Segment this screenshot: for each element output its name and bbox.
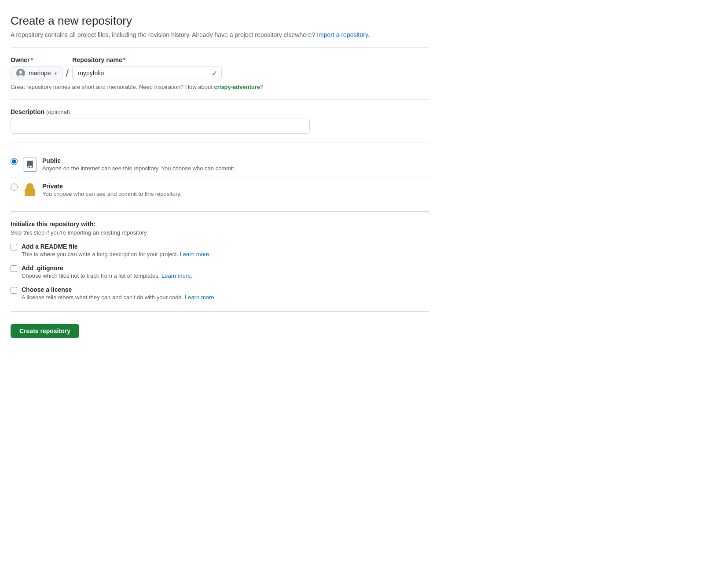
owner-repo-separator: /	[66, 67, 69, 80]
readme-title: Add a README file	[22, 243, 211, 250]
suggested-name-link[interactable]: crispy-adventure	[214, 84, 260, 90]
owner-repo-row: Owner* mariope ▾ / Repository name* ✓	[11, 56, 429, 80]
gitignore-desc: Choose which files not to track from a l…	[22, 272, 192, 279]
top-divider	[11, 47, 429, 48]
description-input[interactable]	[11, 118, 310, 134]
description-field-group: Description (optional)	[11, 108, 429, 134]
repo-name-required-star: *	[123, 56, 125, 63]
subtitle-text: A repository contains all project files,…	[11, 31, 315, 38]
suggestion-text: Great repository names are short and mem…	[11, 84, 429, 90]
owner-avatar	[16, 69, 25, 77]
license-learn-more-link[interactable]: Learn more.	[185, 294, 216, 301]
license-option: Choose a license A license tells others …	[11, 286, 429, 301]
owner-field-group: Owner* mariope ▾	[11, 56, 62, 80]
readme-option: Add a README file This is where you can …	[11, 243, 429, 257]
readme-info: Add a README file This is where you can …	[22, 243, 211, 257]
license-title: Choose a license	[22, 286, 216, 293]
readme-learn-more-link[interactable]: Learn more.	[180, 251, 211, 257]
license-checkbox[interactable]	[11, 287, 17, 294]
owner-name: mariope	[29, 70, 51, 77]
description-label: Description (optional)	[11, 108, 429, 115]
repo-name-label: Repository name*	[72, 56, 222, 63]
initialize-divider	[11, 211, 429, 212]
public-visibility-info: Public Anyone on the internet can see th…	[42, 157, 235, 172]
create-repository-button[interactable]: Create repository	[11, 324, 79, 338]
visibility-divider	[11, 143, 429, 143]
page-title: Create a new repository	[11, 14, 429, 28]
repo-name-input-wrapper: ✓	[72, 66, 222, 80]
private-radio[interactable]	[11, 184, 18, 191]
readme-desc: This is where you can write a long descr…	[22, 251, 211, 257]
readme-checkbox[interactable]	[11, 244, 17, 250]
private-visibility-info: Private You choose who can see and commi…	[42, 183, 182, 197]
owner-label: Owner*	[11, 56, 62, 63]
initialize-subtext: Skip this step if you're importing an ex…	[11, 229, 429, 236]
initialize-section: Initialize this repository with: Skip th…	[11, 220, 429, 301]
license-desc: A license tells others what they can and…	[22, 294, 216, 301]
visibility-option-public: Public Anyone on the internet can see th…	[11, 152, 429, 177]
svg-point-1	[19, 71, 22, 74]
public-repo-icon	[23, 158, 37, 172]
owner-dropdown[interactable]: mariope ▾	[11, 66, 62, 80]
private-lock-icon	[23, 183, 37, 197]
chevron-down-icon: ▾	[55, 71, 57, 76]
public-radio[interactable]	[11, 158, 18, 165]
valid-check-icon: ✓	[212, 69, 217, 77]
gitignore-title: Add .gitignore	[22, 265, 192, 272]
public-title: Public	[42, 157, 235, 164]
owner-required-star: *	[31, 56, 33, 63]
gitignore-checkbox[interactable]	[11, 265, 17, 272]
repo-name-field-group: Repository name* ✓	[72, 56, 222, 80]
visibility-section: Public Anyone on the internet can see th…	[11, 152, 429, 202]
public-desc: Anyone on the internet can see this repo…	[42, 165, 235, 172]
description-divider	[11, 99, 429, 99]
gitignore-info: Add .gitignore Choose which files not to…	[22, 265, 192, 279]
license-info: Choose a license A license tells others …	[22, 286, 216, 301]
gitignore-learn-more-link[interactable]: Learn more.	[161, 272, 192, 279]
private-desc: You choose who can see and commit to thi…	[42, 191, 182, 197]
page-subtitle: A repository contains all project files,…	[11, 31, 429, 38]
import-link[interactable]: Import a repository.	[317, 31, 370, 38]
repo-name-input[interactable]	[72, 66, 222, 80]
bottom-divider	[11, 311, 429, 312]
initialize-heading: Initialize this repository with:	[11, 220, 429, 228]
visibility-option-private: Private You choose who can see and commi…	[11, 177, 429, 202]
gitignore-option: Add .gitignore Choose which files not to…	[11, 265, 429, 279]
private-title: Private	[42, 183, 182, 190]
optional-label: (optional)	[46, 109, 70, 115]
